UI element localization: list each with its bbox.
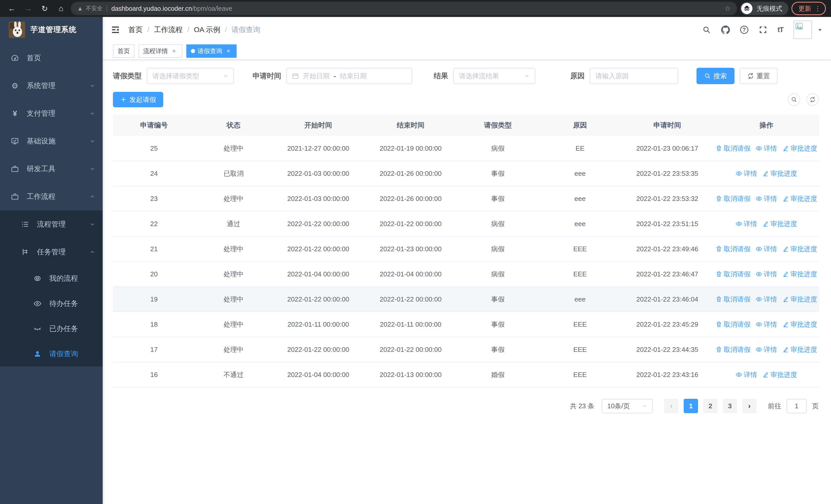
prev-page-button[interactable]: ‹ (664, 399, 679, 413)
avatar-caret-icon[interactable] (817, 25, 823, 35)
progress-link[interactable]: 审批进度 (762, 370, 797, 379)
page-button-3[interactable]: 3 (723, 399, 737, 413)
leave-type-select[interactable]: 请选择请假类型 (147, 68, 234, 84)
table-row: 21处理中2022-01-22 00:00:002022-01-23 00:00… (113, 237, 819, 262)
detail-link[interactable]: 详情 (755, 320, 777, 329)
progress-link[interactable]: 审批进度 (782, 270, 817, 279)
create-leave-button[interactable]: 发起请假 (113, 92, 163, 107)
progress-link[interactable]: 审批进度 (762, 219, 797, 228)
browser-reload-button[interactable]: ↻ (38, 2, 51, 15)
refresh-button[interactable] (806, 93, 819, 106)
table-header-row: 申请编号 状态 开始时间 结束时间 请假类型 原因 申请时间 操作 (113, 114, 819, 136)
cell-leave-type: 事假 (457, 320, 539, 329)
sidebar-item-dev-tools[interactable]: 研发工具 (0, 155, 103, 183)
sidebar-item-todo-tasks[interactable]: 待办任务 (0, 291, 103, 316)
next-page-button[interactable]: › (742, 399, 756, 413)
cancel-leave-link[interactable]: 取消请假 (716, 295, 750, 304)
sidebar-item-home[interactable]: 首页 (0, 44, 103, 72)
detail-link[interactable]: 详情 (736, 370, 757, 379)
cell-actions: 取消请假详情审批进度 (713, 345, 819, 354)
search-button[interactable]: 搜索 (696, 68, 735, 84)
progress-link[interactable]: 审批进度 (762, 169, 797, 178)
bookmark-star-icon[interactable]: ☆ (724, 4, 731, 13)
cell-status: 处理中 (195, 295, 272, 304)
browser-back-button[interactable]: ← (5, 2, 19, 15)
fullscreen-icon[interactable] (758, 25, 767, 34)
address-bar[interactable]: ▲ 不安全 dashboard.yudao.iocoder.cn/bpm/oa/… (71, 2, 737, 15)
sidebar-item-done-tasks[interactable]: 已办任务 (0, 316, 103, 341)
cell-actions: 取消请假详情审批进度 (713, 144, 819, 153)
sidebar-item-infrastructure[interactable]: 基础设施 (0, 127, 103, 155)
github-icon[interactable] (721, 25, 730, 34)
table-row: 17处理中2022-01-22 00:00:002022-01-22 00:00… (113, 337, 819, 362)
font-size-icon[interactable]: tT (778, 26, 783, 34)
cancel-leave-link[interactable]: 取消请假 (716, 194, 750, 203)
close-icon[interactable]: × (170, 48, 178, 55)
page-button-1[interactable]: 1 (684, 399, 698, 413)
goto-page-input[interactable] (786, 399, 807, 413)
cancel-leave-link[interactable]: 取消请假 (716, 144, 750, 153)
browser-menu-icon[interactable]: ⋮ (814, 5, 821, 12)
reason-input[interactable] (590, 68, 678, 84)
sidebar-collapse-icon[interactable] (111, 25, 120, 34)
browser-home-button[interactable]: ⌂ (54, 2, 68, 15)
app-logo-row[interactable]: 芋道管理系统 (0, 17, 103, 42)
browser-forward-button[interactable]: → (22, 2, 35, 15)
detail-link[interactable]: 详情 (755, 144, 777, 153)
progress-link[interactable]: 审批进度 (782, 295, 817, 304)
cell-apply-id: 22 (113, 220, 195, 228)
cancel-leave-link[interactable]: 取消请假 (716, 244, 750, 254)
cell-apply-time: 2022-01-22 23:44:35 (621, 346, 713, 354)
detail-link[interactable]: 详情 (755, 270, 777, 279)
page-size-select[interactable]: 10条/页 (602, 399, 653, 413)
avatar[interactable] (794, 21, 812, 39)
detail-link[interactable]: 详情 (755, 244, 777, 254)
sidebar-item-my-process[interactable]: 我的流程 (0, 266, 103, 291)
cell-apply-id: 17 (113, 346, 195, 354)
cancel-leave-link[interactable]: 取消请假 (716, 270, 750, 279)
sidebar-item-workflow[interactable]: 工作流程 (0, 183, 103, 210)
tab-home[interactable]: 首页 (113, 45, 135, 58)
result-select[interactable]: 请选择流结果 (453, 68, 535, 84)
reset-button[interactable]: 重置 (740, 68, 778, 84)
page-button-2[interactable]: 2 (703, 399, 718, 413)
cell-reason: EEE (539, 245, 621, 253)
tab-process-detail[interactable]: 流程详情 × (139, 45, 182, 58)
table-body: 25处理中2021-12-27 00:00:002022-01-19 00:00… (113, 136, 819, 387)
cell-apply-time: 2022-01-22 23:43:16 (621, 371, 713, 379)
progress-link[interactable]: 审批进度 (782, 320, 817, 329)
help-icon[interactable]: ? (740, 26, 748, 34)
detail-link[interactable]: 详情 (755, 194, 777, 203)
sidebar-item-task-management[interactable]: 任务管理 (0, 238, 103, 266)
tab-leave-query[interactable]: 请假查询 × (186, 45, 237, 58)
close-icon[interactable]: × (225, 48, 232, 55)
cancel-leave-link[interactable]: 取消请假 (716, 345, 750, 354)
breadcrumb-oa-example[interactable]: OA 示例 (194, 25, 221, 35)
date-range-picker[interactable]: 开始日期 - 结束日期 (286, 68, 412, 84)
cell-start-time: 2022-01-22 00:00:00 (272, 220, 365, 228)
table-row: 16不通过2022-01-04 00:00:002022-01-13 00:00… (113, 362, 819, 387)
progress-link[interactable]: 审批进度 (782, 244, 817, 254)
toggle-search-button[interactable] (788, 93, 800, 106)
detail-link[interactable]: 详情 (736, 219, 757, 228)
detail-link[interactable]: 详情 (755, 295, 777, 304)
breadcrumb-home[interactable]: 首页 (128, 25, 143, 35)
cell-actions: 取消请假详情审批进度 (713, 320, 819, 329)
cancel-leave-link[interactable]: 取消请假 (716, 320, 750, 329)
cell-status: 处理中 (195, 144, 272, 153)
site-security-warning[interactable]: ▲ 不安全 (77, 5, 103, 12)
cell-apply-time: 2022-01-23 00:06:17 (621, 145, 713, 152)
sidebar-item-system[interactable]: ⚙ 系统管理 (0, 72, 103, 99)
detail-link[interactable]: 详情 (736, 169, 757, 178)
sidebar-item-leave-query[interactable]: 请假查询 (0, 341, 103, 366)
cell-actions: 取消请假详情审批进度 (713, 295, 819, 304)
progress-link[interactable]: 审批进度 (782, 194, 817, 203)
progress-link[interactable]: 审批进度 (782, 345, 817, 354)
browser-update-button[interactable]: 更新 ⋮ (792, 2, 826, 15)
detail-link[interactable]: 详情 (755, 345, 777, 354)
sidebar-item-process-management[interactable]: 流程管理 (0, 210, 103, 238)
sidebar-item-payment[interactable]: ¥ 支付管理 (0, 99, 103, 127)
progress-link[interactable]: 审批进度 (782, 144, 817, 153)
breadcrumb-workflow[interactable]: 工作流程 (154, 25, 183, 35)
search-icon[interactable] (702, 25, 711, 34)
